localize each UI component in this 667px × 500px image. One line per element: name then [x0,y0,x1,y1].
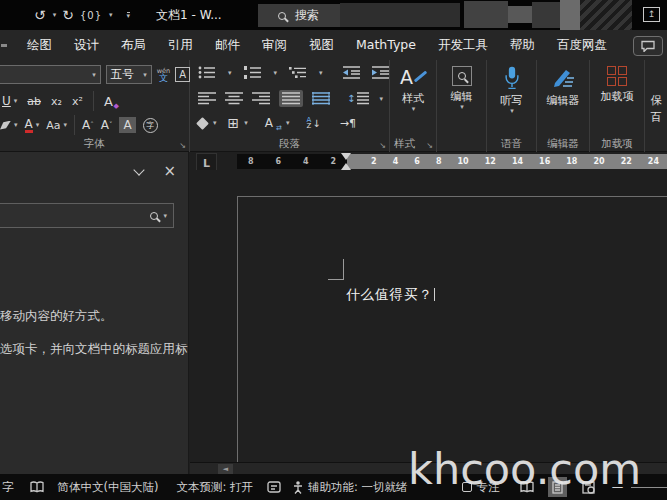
tab-mathtype[interactable]: MathType [345,30,427,60]
editing-dropdown-icon[interactable]: ▾ [460,103,464,111]
strikethrough-button[interactable]: ab [27,95,41,108]
proofing-icon[interactable] [30,481,44,493]
asian-layout-dropdown-icon[interactable]: ▾ [286,119,290,127]
font-color-dropdown-icon[interactable]: ▾ [36,121,40,129]
sort-button[interactable]: AZ↓ [307,117,321,129]
superscript-button[interactable]: x² [72,95,83,108]
shading-dropdown-icon[interactable]: ▾ [213,119,217,127]
tab-design[interactable]: 设计 [63,30,110,60]
tab-layout[interactable]: 布局 [110,30,157,60]
tab-review[interactable]: 审阅 [251,30,298,60]
underline-button[interactable]: U [2,94,11,108]
horizontal-scrollbar[interactable]: ◄ [190,462,667,474]
scroll-left-icon[interactable]: ◄ [218,464,233,474]
zoom-out-button[interactable]: — [612,480,624,494]
bullets-button[interactable] [198,66,215,79]
font-dialog-launcher-icon[interactable]: ↘ [179,141,186,150]
tab-view[interactable]: 视图 [298,30,345,60]
font-size-combobox[interactable]: 五号▾ [106,65,152,84]
braces-dropdown-icon[interactable]: ▾ [109,11,113,19]
enclose-characters-button[interactable]: 字 [143,118,158,133]
numbering-dropdown-icon[interactable]: ▾ [274,69,278,77]
shading-button[interactable] [196,117,209,130]
pinyin-guide-icon[interactable]: wén文 [157,68,170,82]
styles-icon[interactable]: A [400,66,426,88]
comments-button[interactable] [633,36,663,56]
print-layout-button[interactable] [548,477,567,497]
change-case-dropdown-icon[interactable]: ▾ [64,121,68,129]
align-left-button[interactable] [198,92,216,105]
tab-baidu-netdisk[interactable]: 百度网盘 [546,30,618,60]
underline-dropdown-icon[interactable]: ▾ [14,97,18,105]
addins-button[interactable]: 加载项 [599,90,635,103]
decrease-indent-button[interactable] [343,66,360,79]
text-prediction-status[interactable]: 文本预测: 打开 [176,480,253,495]
word-count[interactable]: 字 [2,480,14,495]
redo-icon[interactable]: ↻ [62,7,74,23]
undo-icon[interactable]: ↺ [34,7,46,23]
shrink-font-button[interactable]: Aˇ [101,118,113,132]
editing-button[interactable]: 编辑 [451,90,473,103]
tab-references[interactable]: 引用 [157,30,204,60]
addins-grid-icon[interactable] [607,66,627,86]
tab-help[interactable]: 帮助 [499,30,546,60]
borders-dropdown-icon[interactable]: ▾ [244,119,248,127]
multilevel-dropdown-icon[interactable]: ▾ [319,69,323,77]
read-mode-button[interactable] [518,477,537,497]
pane-close-icon[interactable]: × [163,166,176,176]
zoom-slider[interactable] [631,487,667,488]
numbering-button[interactable] [244,66,261,79]
justify-button[interactable] [279,90,303,107]
dictate-button[interactable]: 听写 [501,94,523,107]
styles-dialog-launcher-icon[interactable]: ↘ [426,141,433,150]
multilevel-list-button[interactable] [289,66,306,79]
document-page[interactable]: 什么值得买？ [237,196,667,476]
nav-search-input[interactable] [0,209,146,223]
editor-pencil-icon[interactable] [551,66,575,90]
align-center-button[interactable] [225,92,243,105]
editing-icon[interactable] [452,66,472,86]
show-hide-marks-button[interactable]: →¶ [340,117,356,130]
align-right-button[interactable] [252,92,270,105]
undo-dropdown-icon[interactable]: ▾ [53,11,57,19]
hanging-indent-marker[interactable] [341,163,351,170]
styles-dropdown-icon[interactable]: ▾ [412,105,416,113]
focus-button[interactable]: 专注 [462,480,500,495]
tab-developer[interactable]: 开发工具 [427,30,499,60]
ribbon-display-options-icon[interactable]: ↥ [643,7,660,22]
character-shading-button[interactable]: A [119,117,135,133]
nav-search-dropdown-icon[interactable]: ▾ [163,212,167,220]
borders-button[interactable]: ⊞ [228,115,240,131]
dictate-microphone-icon[interactable] [503,66,521,90]
text-effects-button[interactable]: A◆ [104,94,113,109]
accessibility-status[interactable]: 辅助功能: 一切就绪 [293,480,408,495]
paragraph-dialog-launcher-icon[interactable]: ↘ [379,141,386,150]
asian-layout-button[interactable]: A⇄ [265,116,273,130]
subscript-button[interactable]: x₂ [51,95,62,108]
web-layout-button[interactable] [579,477,598,497]
prediction-icon[interactable] [267,481,281,493]
tab-draw[interactable]: 绘图 [16,30,63,60]
distribute-button[interactable] [312,92,330,105]
tab-mailings[interactable]: 邮件 [204,30,251,60]
dictate-dropdown-icon[interactable]: ▾ [510,107,514,115]
nav-search-box[interactable]: ▾ [0,203,174,228]
mathtype-braces-icon[interactable]: {0} [80,10,102,21]
line-spacing-dropdown-icon[interactable]: ▾ [379,95,383,103]
document-text[interactable]: 什么值得买？ [346,286,435,304]
increase-indent-button[interactable] [372,66,389,79]
customize-qat-icon[interactable]: ▾ [127,12,131,19]
language-status[interactable]: 简体中文(中国大陆) [58,480,159,495]
change-case-button[interactable]: Aa [46,119,60,132]
pane-collapse-icon[interactable] [134,164,145,175]
grow-font-button[interactable]: Aˆ [82,118,94,132]
first-line-indent-marker[interactable] [341,153,351,160]
bullets-dropdown-icon[interactable]: ▾ [228,69,232,77]
character-border-icon[interactable]: A [175,67,190,82]
highlight-color-button[interactable] [0,121,11,130]
editor-button[interactable]: 编辑器 [545,94,581,107]
clipped-button-line1[interactable]: 保 [651,94,662,107]
font-name-combobox[interactable]: ▾ [0,65,101,84]
highlight-dropdown-icon[interactable]: ▾ [14,121,18,129]
styles-button[interactable]: 样式 [402,92,424,105]
